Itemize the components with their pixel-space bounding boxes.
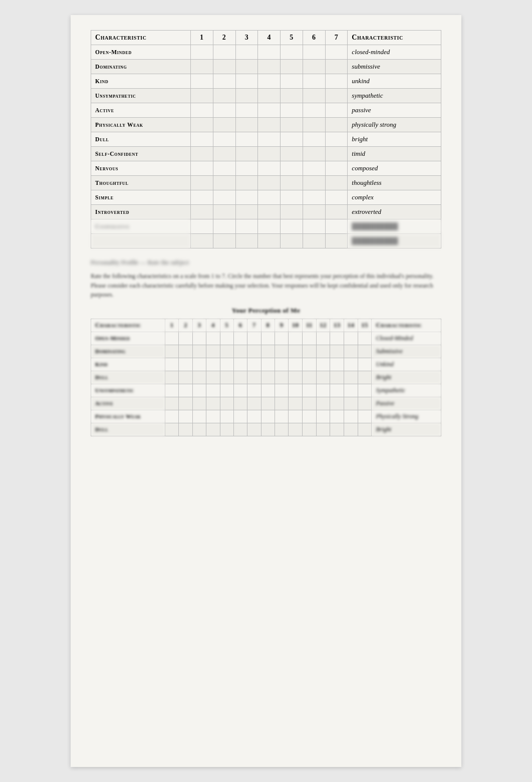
table2-checkbox-cell[interactable] <box>358 371 372 384</box>
table2-checkbox-cell[interactable] <box>165 332 179 345</box>
table2-checkbox-cell[interactable] <box>344 423 358 436</box>
table1-checkbox-cell[interactable] <box>213 219 235 234</box>
table1-checkbox-cell[interactable] <box>258 234 281 248</box>
table2-checkbox-cell[interactable] <box>275 384 289 397</box>
table2-checkbox-cell[interactable] <box>330 384 344 397</box>
table1-checkbox-cell[interactable] <box>235 103 258 118</box>
table2-checkbox-cell[interactable] <box>344 397 358 410</box>
table1-checkbox-cell[interactable] <box>235 205 258 219</box>
table2-checkbox-cell[interactable] <box>344 358 358 371</box>
table1-checkbox-cell[interactable] <box>325 147 348 161</box>
table1-checkbox-cell[interactable] <box>191 118 213 132</box>
table2-checkbox-cell[interactable] <box>192 345 206 358</box>
table1-checkbox-cell[interactable] <box>281 176 303 190</box>
table1-checkbox-cell[interactable] <box>191 45 213 60</box>
table2-checkbox-cell[interactable] <box>192 332 206 345</box>
table1-checkbox-cell[interactable] <box>213 132 235 147</box>
table2-checkbox-cell[interactable] <box>303 397 317 410</box>
table1-checkbox-cell[interactable] <box>325 176 348 190</box>
table1-checkbox-cell[interactable] <box>258 89 281 103</box>
table1-checkbox-cell[interactable] <box>281 118 303 132</box>
table2-checkbox-cell[interactable] <box>206 332 220 345</box>
table1-checkbox-cell[interactable] <box>213 176 235 190</box>
table2-checkbox-cell[interactable] <box>330 332 344 345</box>
table1-checkbox-cell[interactable] <box>191 60 213 74</box>
table2-checkbox-cell[interactable] <box>165 384 179 397</box>
table2-checkbox-cell[interactable] <box>247 345 261 358</box>
table2-checkbox-cell[interactable] <box>206 384 220 397</box>
table2-checkbox-cell[interactable] <box>275 371 289 384</box>
table2-checkbox-cell[interactable] <box>220 410 233 423</box>
table1-checkbox-cell[interactable] <box>325 132 348 147</box>
table2-checkbox-cell[interactable] <box>261 410 275 423</box>
table1-checkbox-cell[interactable] <box>258 60 281 74</box>
table2-checkbox-cell[interactable] <box>233 397 247 410</box>
table2-checkbox-cell[interactable] <box>220 397 233 410</box>
table2-checkbox-cell[interactable] <box>220 358 233 371</box>
table1-checkbox-cell[interactable] <box>303 161 325 176</box>
table1-checkbox-cell[interactable] <box>258 176 281 190</box>
table1-checkbox-cell[interactable] <box>281 219 303 234</box>
table1-checkbox-cell[interactable] <box>325 103 348 118</box>
table1-checkbox-cell[interactable] <box>213 60 235 74</box>
table2-checkbox-cell[interactable] <box>261 384 275 397</box>
table2-checkbox-cell[interactable] <box>289 371 303 384</box>
table2-checkbox-cell[interactable] <box>275 345 289 358</box>
table2-checkbox-cell[interactable] <box>233 332 247 345</box>
table1-checkbox-cell[interactable] <box>325 118 348 132</box>
table1-checkbox-cell[interactable] <box>191 190 213 205</box>
table1-checkbox-cell[interactable] <box>258 74 281 89</box>
table2-checkbox-cell[interactable] <box>358 332 372 345</box>
table2-checkbox-cell[interactable] <box>192 397 206 410</box>
table2-checkbox-cell[interactable] <box>247 410 261 423</box>
table1-checkbox-cell[interactable] <box>213 147 235 161</box>
table2-checkbox-cell[interactable] <box>275 358 289 371</box>
table1-checkbox-cell[interactable] <box>258 132 281 147</box>
table1-checkbox-cell[interactable] <box>303 190 325 205</box>
table1-checkbox-cell[interactable] <box>325 234 348 248</box>
table2-checkbox-cell[interactable] <box>247 371 261 384</box>
table1-checkbox-cell[interactable] <box>235 234 258 248</box>
table1-checkbox-cell[interactable] <box>258 147 281 161</box>
table1-checkbox-cell[interactable] <box>191 176 213 190</box>
table1-checkbox-cell[interactable] <box>258 161 281 176</box>
table1-checkbox-cell[interactable] <box>281 161 303 176</box>
table2-checkbox-cell[interactable] <box>261 397 275 410</box>
table2-checkbox-cell[interactable] <box>192 358 206 371</box>
table1-checkbox-cell[interactable] <box>281 234 303 248</box>
table2-checkbox-cell[interactable] <box>344 332 358 345</box>
table1-checkbox-cell[interactable] <box>258 118 281 132</box>
table2-checkbox-cell[interactable] <box>192 410 206 423</box>
table2-checkbox-cell[interactable] <box>358 345 372 358</box>
table1-checkbox-cell[interactable] <box>235 60 258 74</box>
table1-checkbox-cell[interactable] <box>325 190 348 205</box>
table1-checkbox-cell[interactable] <box>191 132 213 147</box>
table1-checkbox-cell[interactable] <box>303 132 325 147</box>
table2-checkbox-cell[interactable] <box>206 410 220 423</box>
table2-checkbox-cell[interactable] <box>247 332 261 345</box>
table1-checkbox-cell[interactable] <box>258 45 281 60</box>
table1-checkbox-cell[interactable] <box>213 161 235 176</box>
table1-checkbox-cell[interactable] <box>258 103 281 118</box>
table1-checkbox-cell[interactable] <box>213 103 235 118</box>
table2-checkbox-cell[interactable] <box>179 410 192 423</box>
table2-checkbox-cell[interactable] <box>303 371 317 384</box>
table2-checkbox-cell[interactable] <box>261 371 275 384</box>
table1-checkbox-cell[interactable] <box>213 74 235 89</box>
table2-checkbox-cell[interactable] <box>261 358 275 371</box>
table2-checkbox-cell[interactable] <box>275 410 289 423</box>
table1-checkbox-cell[interactable] <box>303 60 325 74</box>
table2-checkbox-cell[interactable] <box>179 345 192 358</box>
table2-checkbox-cell[interactable] <box>275 332 289 345</box>
table2-checkbox-cell[interactable] <box>179 397 192 410</box>
table1-checkbox-cell[interactable] <box>213 205 235 219</box>
table2-checkbox-cell[interactable] <box>165 423 179 436</box>
table2-checkbox-cell[interactable] <box>220 423 233 436</box>
table2-checkbox-cell[interactable] <box>165 358 179 371</box>
table2-checkbox-cell[interactable] <box>344 410 358 423</box>
table2-checkbox-cell[interactable] <box>289 410 303 423</box>
table2-checkbox-cell[interactable] <box>247 397 261 410</box>
table1-checkbox-cell[interactable] <box>281 147 303 161</box>
table1-checkbox-cell[interactable] <box>213 190 235 205</box>
table1-checkbox-cell[interactable] <box>325 89 348 103</box>
